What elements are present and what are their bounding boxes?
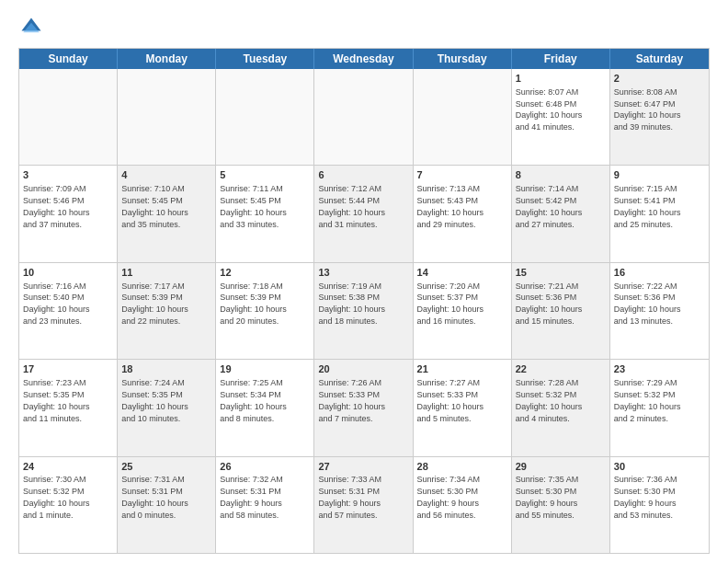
day-info: Sunrise: 7:24 AM Sunset: 5:35 PM Dayligh…	[121, 378, 188, 422]
day-info: Sunrise: 7:17 AM Sunset: 5:39 PM Dayligh…	[121, 282, 188, 326]
day-info: Sunrise: 7:26 AM Sunset: 5:33 PM Dayligh…	[318, 378, 385, 422]
day-info: Sunrise: 7:35 AM Sunset: 5:30 PM Dayligh…	[516, 475, 579, 519]
calendar-cell	[118, 69, 216, 165]
day-number: 10	[23, 266, 113, 280]
day-number: 22	[516, 362, 606, 376]
day-info: Sunrise: 7:33 AM Sunset: 5:31 PM Dayligh…	[318, 475, 381, 519]
calendar-row-3: 17Sunrise: 7:23 AM Sunset: 5:35 PM Dayli…	[19, 359, 709, 455]
day-info: Sunrise: 7:12 AM Sunset: 5:44 PM Dayligh…	[318, 184, 385, 228]
calendar-cell: 16Sunrise: 7:22 AM Sunset: 5:36 PM Dayli…	[610, 263, 709, 359]
calendar-cell: 26Sunrise: 7:32 AM Sunset: 5:31 PM Dayli…	[216, 457, 314, 553]
day-number: 2	[614, 72, 705, 86]
header-day-saturday: Saturday	[610, 49, 709, 69]
day-number: 27	[318, 460, 408, 474]
calendar-cell: 17Sunrise: 7:23 AM Sunset: 5:35 PM Dayli…	[19, 360, 118, 455]
calendar-cell: 4Sunrise: 7:10 AM Sunset: 5:45 PM Daylig…	[118, 166, 216, 261]
calendar-cell: 8Sunrise: 7:14 AM Sunset: 5:42 PM Daylig…	[512, 166, 610, 261]
calendar-cell	[19, 69, 118, 165]
calendar-cell: 28Sunrise: 7:34 AM Sunset: 5:30 PM Dayli…	[414, 457, 512, 553]
day-info: Sunrise: 8:08 AM Sunset: 6:47 PM Dayligh…	[614, 87, 681, 132]
day-info: Sunrise: 7:23 AM Sunset: 5:35 PM Dayligh…	[23, 378, 90, 422]
day-number: 19	[220, 362, 310, 376]
day-info: Sunrise: 7:09 AM Sunset: 5:46 PM Dayligh…	[23, 184, 90, 228]
day-info: Sunrise: 7:29 AM Sunset: 5:32 PM Dayligh…	[614, 378, 681, 422]
calendar-cell: 25Sunrise: 7:31 AM Sunset: 5:31 PM Dayli…	[118, 457, 216, 553]
day-info: Sunrise: 7:25 AM Sunset: 5:34 PM Dayligh…	[220, 378, 287, 422]
calendar-cell: 12Sunrise: 7:18 AM Sunset: 5:39 PM Dayli…	[216, 263, 314, 359]
day-info: Sunrise: 7:22 AM Sunset: 5:36 PM Dayligh…	[614, 282, 681, 326]
calendar-cell: 24Sunrise: 7:30 AM Sunset: 5:32 PM Dayli…	[19, 457, 118, 553]
calendar-cell: 10Sunrise: 7:16 AM Sunset: 5:40 PM Dayli…	[19, 263, 118, 359]
day-info: Sunrise: 7:27 AM Sunset: 5:33 PM Dayligh…	[417, 378, 484, 422]
calendar-row-4: 24Sunrise: 7:30 AM Sunset: 5:32 PM Dayli…	[19, 456, 709, 553]
calendar-cell: 23Sunrise: 7:29 AM Sunset: 5:32 PM Dayli…	[610, 360, 709, 455]
calendar-cell: 20Sunrise: 7:26 AM Sunset: 5:33 PM Dayli…	[314, 360, 413, 455]
calendar-cell: 6Sunrise: 7:12 AM Sunset: 5:44 PM Daylig…	[314, 166, 413, 261]
day-info: Sunrise: 7:16 AM Sunset: 5:40 PM Dayligh…	[23, 282, 90, 326]
header-day-tuesday: Tuesday	[216, 49, 314, 69]
day-number: 14	[417, 266, 507, 280]
day-number: 4	[121, 168, 211, 182]
calendar-row-2: 10Sunrise: 7:16 AM Sunset: 5:40 PM Dayli…	[19, 262, 709, 359]
day-info: Sunrise: 7:21 AM Sunset: 5:36 PM Dayligh…	[516, 282, 583, 326]
calendar-cell: 11Sunrise: 7:17 AM Sunset: 5:39 PM Dayli…	[118, 263, 216, 359]
logo	[18, 15, 48, 40]
calendar-row-1: 3Sunrise: 7:09 AM Sunset: 5:46 PM Daylig…	[19, 165, 709, 261]
day-info: Sunrise: 7:14 AM Sunset: 5:42 PM Dayligh…	[516, 184, 583, 228]
day-number: 5	[220, 168, 310, 182]
day-info: Sunrise: 7:10 AM Sunset: 5:45 PM Dayligh…	[121, 184, 188, 228]
day-number: 16	[614, 266, 705, 280]
calendar-cell: 18Sunrise: 7:24 AM Sunset: 5:35 PM Dayli…	[118, 360, 216, 455]
calendar-cell: 5Sunrise: 7:11 AM Sunset: 5:45 PM Daylig…	[216, 166, 314, 261]
day-number: 15	[516, 266, 606, 280]
calendar-cell: 2Sunrise: 8:08 AM Sunset: 6:47 PM Daylig…	[610, 69, 709, 165]
day-info: Sunrise: 7:30 AM Sunset: 5:32 PM Dayligh…	[23, 475, 90, 519]
day-number: 17	[23, 362, 113, 376]
day-number: 8	[516, 168, 606, 182]
day-info: Sunrise: 7:11 AM Sunset: 5:45 PM Dayligh…	[220, 184, 287, 228]
calendar-body: 1Sunrise: 8:07 AM Sunset: 6:48 PM Daylig…	[19, 69, 709, 553]
day-number: 23	[614, 362, 705, 376]
day-info: Sunrise: 7:31 AM Sunset: 5:31 PM Dayligh…	[121, 475, 188, 519]
logo-icon	[18, 15, 44, 40]
day-info: Sunrise: 7:34 AM Sunset: 5:30 PM Dayligh…	[417, 475, 481, 519]
day-number: 21	[417, 362, 507, 376]
calendar-row-0: 1Sunrise: 8:07 AM Sunset: 6:48 PM Daylig…	[19, 69, 709, 165]
day-number: 13	[318, 266, 408, 280]
calendar-cell: 27Sunrise: 7:33 AM Sunset: 5:31 PM Dayli…	[314, 457, 413, 553]
day-info: Sunrise: 7:18 AM Sunset: 5:39 PM Dayligh…	[220, 282, 287, 326]
day-number: 9	[614, 168, 705, 182]
day-number: 12	[220, 266, 310, 280]
calendar-cell: 15Sunrise: 7:21 AM Sunset: 5:36 PM Dayli…	[512, 263, 610, 359]
header-day-thursday: Thursday	[414, 49, 512, 69]
calendar-cell: 19Sunrise: 7:25 AM Sunset: 5:34 PM Dayli…	[216, 360, 314, 455]
calendar-cell: 9Sunrise: 7:15 AM Sunset: 5:41 PM Daylig…	[610, 166, 709, 261]
calendar: SundayMondayTuesdayWednesdayThursdayFrid…	[18, 48, 710, 554]
header-day-friday: Friday	[512, 49, 610, 69]
calendar-cell: 3Sunrise: 7:09 AM Sunset: 5:46 PM Daylig…	[19, 166, 118, 261]
calendar-cell	[314, 69, 413, 165]
day-number: 28	[417, 460, 507, 474]
day-info: Sunrise: 7:36 AM Sunset: 5:30 PM Dayligh…	[614, 475, 677, 519]
day-info: Sunrise: 7:28 AM Sunset: 5:32 PM Dayligh…	[516, 378, 583, 422]
day-number: 1	[516, 72, 606, 86]
calendar-cell	[414, 69, 512, 165]
calendar-cell: 21Sunrise: 7:27 AM Sunset: 5:33 PM Dayli…	[414, 360, 512, 455]
day-info: Sunrise: 7:13 AM Sunset: 5:43 PM Dayligh…	[417, 184, 484, 228]
header-day-wednesday: Wednesday	[314, 49, 413, 69]
day-number: 6	[318, 168, 408, 182]
day-number: 3	[23, 168, 113, 182]
header-day-monday: Monday	[118, 49, 216, 69]
day-number: 25	[121, 460, 211, 474]
calendar-cell: 22Sunrise: 7:28 AM Sunset: 5:32 PM Dayli…	[512, 360, 610, 455]
day-info: Sunrise: 7:20 AM Sunset: 5:37 PM Dayligh…	[417, 282, 484, 326]
day-info: Sunrise: 8:07 AM Sunset: 6:48 PM Dayligh…	[516, 87, 583, 132]
day-number: 20	[318, 362, 408, 376]
calendar-cell: 14Sunrise: 7:20 AM Sunset: 5:37 PM Dayli…	[414, 263, 512, 359]
day-info: Sunrise: 7:32 AM Sunset: 5:31 PM Dayligh…	[220, 475, 283, 519]
header-day-sunday: Sunday	[19, 49, 118, 69]
calendar-cell: 30Sunrise: 7:36 AM Sunset: 5:30 PM Dayli…	[610, 457, 709, 553]
day-number: 30	[614, 460, 705, 474]
day-number: 26	[220, 460, 310, 474]
header	[18, 15, 710, 40]
